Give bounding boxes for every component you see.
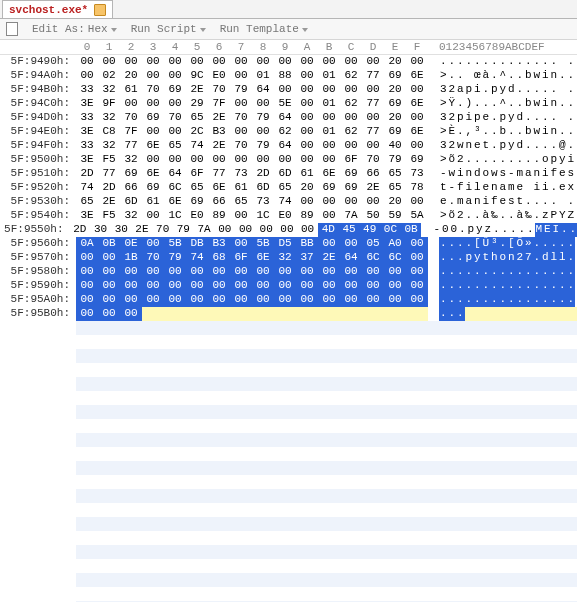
ascii-char[interactable]: n (473, 195, 482, 209)
hex-byte[interactable]: 6E (318, 167, 340, 181)
row-hex[interactable]: 00000000000000000000000000000000 (76, 293, 428, 307)
hex-byte[interactable]: D5 (274, 237, 296, 251)
ascii-char[interactable]: , (465, 125, 474, 139)
hex-byte[interactable]: 00 (235, 223, 256, 237)
hex-byte[interactable]: 20 (296, 181, 318, 195)
ascii-char[interactable]: . (499, 237, 508, 251)
ascii-char[interactable]: d (473, 167, 482, 181)
hex-byte[interactable]: 70 (152, 223, 173, 237)
ascii-char[interactable]: b (524, 69, 533, 83)
row-hex[interactable]: 00000000000000000000000000002000 (76, 55, 428, 69)
row-ascii[interactable]: >õ2..à‰..à‰.zPYZ (428, 209, 577, 223)
hex-byte[interactable]: 32 (120, 209, 142, 223)
hex-byte[interactable]: 5E (274, 97, 296, 111)
hex-byte[interactable]: B3 (208, 237, 230, 251)
ascii-char[interactable]: n (533, 167, 542, 181)
hex-byte[interactable]: 61 (296, 167, 318, 181)
ascii-char[interactable]: n (490, 181, 499, 195)
hex-byte[interactable]: 00 (340, 293, 362, 307)
hex-row[interactable]: 5F:9550h:2D30302E70797A00000000004D45490… (0, 223, 577, 237)
hex-byte[interactable]: 65 (186, 181, 208, 195)
hex-byte[interactable]: 00 (406, 265, 428, 279)
hex-row[interactable]: 5F:9530h:652E6D616E696665737400000000200… (0, 195, 577, 209)
hex-byte[interactable]: 00 (296, 293, 318, 307)
hex-byte[interactable]: 00 (318, 293, 340, 307)
ascii-char[interactable]: . (533, 83, 542, 97)
hex-byte[interactable]: 73 (406, 167, 428, 181)
hex-byte[interactable]: 32 (98, 111, 120, 125)
ascii-char[interactable]: . (490, 111, 499, 125)
hex-byte[interactable]: 00 (296, 139, 318, 153)
row-ascii[interactable]: ...python27.dll. (428, 251, 577, 265)
hex-byte[interactable]: 68 (208, 251, 230, 265)
ascii-char[interactable]: . (567, 237, 576, 251)
ascii-char[interactable] (558, 195, 567, 209)
hex-byte[interactable]: 5B (252, 237, 274, 251)
ascii-char[interactable]: . (516, 97, 525, 111)
ascii-char[interactable]: . (516, 265, 525, 279)
row-hex[interactable]: 3332776E65742E707964000000004000 (76, 139, 428, 153)
ascii-char[interactable]: w (448, 167, 457, 181)
ascii-char[interactable]: . (465, 293, 474, 307)
hex-byte[interactable]: 65 (384, 181, 406, 195)
ascii-char[interactable] (524, 181, 533, 195)
ascii-char[interactable]: x (567, 181, 576, 195)
hex-byte[interactable]: 69 (384, 125, 406, 139)
hex-byte[interactable]: C8 (98, 125, 120, 139)
hex-byte[interactable]: 00 (384, 279, 406, 293)
hex-byte[interactable]: 2E (98, 195, 120, 209)
hex-byte[interactable]: 45 (339, 223, 360, 237)
ascii-char[interactable]: . (507, 279, 516, 293)
hex-byte[interactable]: 00 (120, 265, 142, 279)
hex-byte[interactable]: 00 (208, 55, 230, 69)
ascii-char[interactable]: p (465, 83, 474, 97)
hex-byte[interactable]: 00 (384, 265, 406, 279)
hex-byte[interactable]: 00 (362, 265, 384, 279)
row-ascii[interactable]: ................ (428, 293, 577, 307)
hex-byte[interactable]: 20 (384, 83, 406, 97)
ascii-char[interactable]: õ (448, 209, 457, 223)
ascii-char[interactable]: . (499, 55, 508, 69)
hex-byte[interactable]: 00 (318, 209, 340, 223)
hex-byte[interactable]: 00 (340, 139, 362, 153)
ascii-char[interactable]: . (550, 279, 559, 293)
ascii-char[interactable]: . (490, 293, 499, 307)
hex-byte[interactable]: 00 (98, 251, 120, 265)
hex-byte[interactable]: F5 (98, 209, 120, 223)
hex-byte[interactable]: 64 (252, 83, 274, 97)
ascii-char[interactable]: e (516, 181, 525, 195)
ascii-char[interactable]: d (516, 111, 525, 125)
hex-byte[interactable]: 2D (252, 167, 274, 181)
hex-byte[interactable]: 6E (406, 69, 428, 83)
ascii-char[interactable]: . (448, 307, 457, 321)
ascii-char[interactable]: 3 (439, 83, 448, 97)
hex-byte[interactable]: 00 (296, 69, 318, 83)
ascii-char[interactable]: . (473, 55, 482, 69)
hex-byte[interactable]: 2E (208, 139, 230, 153)
hex-byte[interactable]: 00 (186, 265, 208, 279)
row-hex[interactable]: 000000 (76, 307, 428, 321)
hex-byte[interactable]: 00 (142, 125, 164, 139)
hex-byte[interactable]: 37 (296, 251, 318, 265)
hex-byte[interactable]: 00 (186, 153, 208, 167)
hex-byte[interactable]: 2E (362, 181, 384, 195)
ascii-char[interactable]: 3 (439, 139, 448, 153)
ascii-char[interactable]: w (533, 125, 542, 139)
row-hex[interactable]: 33326170692E70796400000000002000 (76, 83, 428, 97)
ascii-char[interactable]: . (516, 279, 525, 293)
ascii-char[interactable]: . (507, 69, 516, 83)
hex-byte[interactable]: 89 (208, 209, 230, 223)
hex-byte[interactable]: 00 (142, 237, 164, 251)
ascii-char[interactable]: [ (507, 237, 516, 251)
hex-byte[interactable]: 00 (208, 265, 230, 279)
ascii-char[interactable]: . (490, 69, 499, 83)
hex-byte[interactable]: 70 (230, 139, 252, 153)
ascii-char[interactable]: . (567, 139, 576, 153)
hex-byte[interactable]: 00 (142, 293, 164, 307)
ascii-char[interactable]: f (490, 195, 499, 209)
ascii-char[interactable]: . (456, 97, 465, 111)
row-ascii[interactable]: >õ2.........opyi (428, 153, 577, 167)
ascii-char[interactable] (465, 69, 474, 83)
ascii-char[interactable]: . (516, 293, 525, 307)
ascii-char[interactable]: . (492, 223, 501, 237)
